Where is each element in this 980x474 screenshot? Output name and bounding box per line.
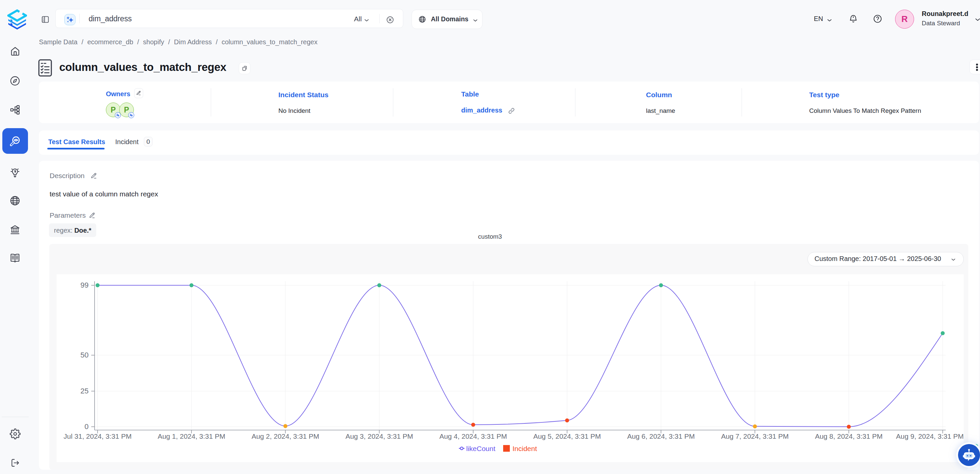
svg-text:Aug 3, 2024, 3:31 PM: Aug 3, 2024, 3:31 PM xyxy=(345,433,413,440)
svg-text:Incident: Incident xyxy=(512,445,537,452)
svg-text:likeCount: likeCount xyxy=(466,445,495,452)
svg-text:50: 50 xyxy=(81,351,89,359)
svg-text:Aug 4, 2024, 3:31 PM: Aug 4, 2024, 3:31 PM xyxy=(439,433,507,440)
svg-text:Aug 6, 2024, 3:31 PM: Aug 6, 2024, 3:31 PM xyxy=(627,433,695,440)
svg-text:Aug 9, 2024, 3:31 PM: Aug 9, 2024, 3:31 PM xyxy=(896,433,964,440)
svg-text:25: 25 xyxy=(81,387,89,395)
svg-text:0: 0 xyxy=(84,422,89,431)
svg-text:Jul 31, 2024, 3:31 PM: Jul 31, 2024, 3:31 PM xyxy=(64,433,132,440)
svg-text:99: 99 xyxy=(81,281,89,289)
svg-text:Aug 1, 2024, 3:31 PM: Aug 1, 2024, 3:31 PM xyxy=(158,433,225,440)
svg-text:Aug 7, 2024, 3:31 PM: Aug 7, 2024, 3:31 PM xyxy=(721,433,789,440)
svg-text:Aug 8, 2024, 3:31 PM: Aug 8, 2024, 3:31 PM xyxy=(815,433,883,440)
svg-text:Aug 2, 2024, 3:31 PM: Aug 2, 2024, 3:31 PM xyxy=(251,433,319,440)
svg-text:Aug 5, 2024, 3:31 PM: Aug 5, 2024, 3:31 PM xyxy=(533,433,601,440)
